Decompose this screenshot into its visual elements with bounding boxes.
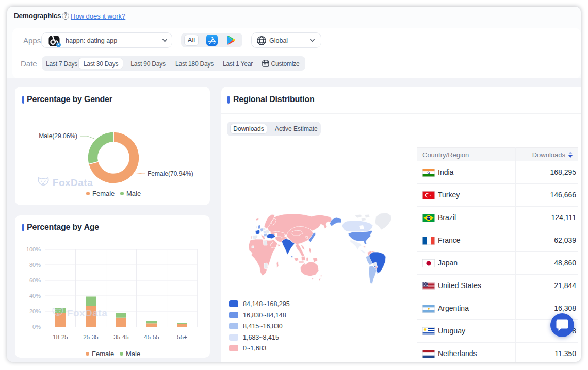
svg-text:80%: 80% [29,262,41,268]
svg-text:45-55: 45-55 [144,334,159,340]
svg-text:Female(70.94%): Female(70.94%) [148,170,193,177]
svg-text:Male(29.06%): Male(29.06%) [39,132,77,140]
svg-text:0%: 0% [32,324,41,330]
svg-text:20%: 20% [29,308,41,314]
svg-text:35-45: 35-45 [113,334,128,340]
svg-text:25-35: 25-35 [83,334,98,340]
svg-text:60%: 60% [29,277,41,283]
svg-text:18-25: 18-25 [53,334,68,340]
svg-text:100%: 100% [26,246,41,253]
svg-text:55+: 55+ [177,334,187,340]
svg-text:40%: 40% [29,293,41,299]
